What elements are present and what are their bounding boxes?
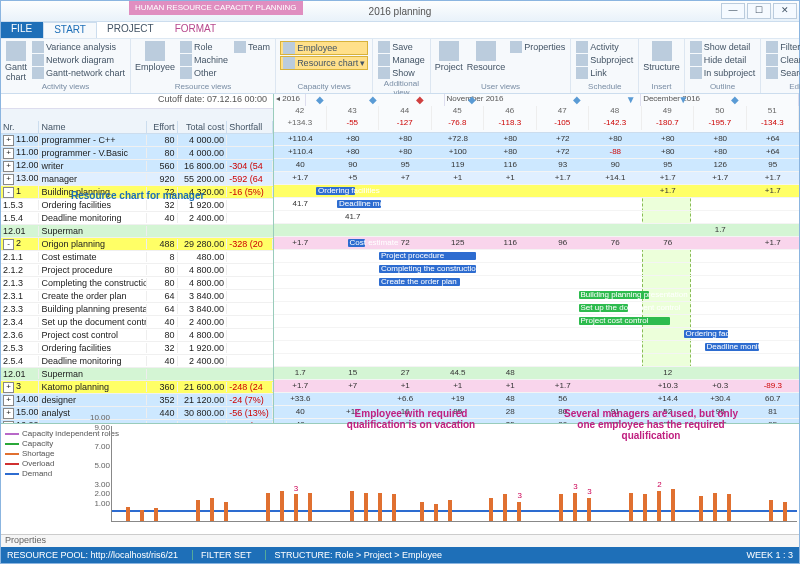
link-icon <box>576 67 588 79</box>
status-week: WEEK 1 : 3 <box>746 550 793 560</box>
table-row[interactable]: 2.5.4Deadline monitoring402 400.00 <box>1 355 273 368</box>
expand-icon[interactable]: + <box>3 408 14 419</box>
table-row[interactable]: 2.3.6Project cost control804 800.00 <box>1 329 273 342</box>
table-row[interactable]: 12.01Superman <box>1 225 273 238</box>
contextual-tab-label: HUMAN RESOURCE CAPACITY PLANNING <box>129 1 303 15</box>
table-row[interactable]: 2.5.3Ordering facilities321 920.00 <box>1 342 273 355</box>
activity-button[interactable]: Activity <box>575 41 634 53</box>
gantt-bar[interactable]: Project procedure <box>379 252 476 260</box>
table-row[interactable]: -1Building planning724 320.00-16 (5%) <box>1 186 273 199</box>
table-row[interactable]: 2.3.3Building planning presentation643 8… <box>1 303 273 316</box>
save-icon <box>378 41 390 53</box>
gantt-bar[interactable]: Deadline monitoring <box>705 343 760 351</box>
timeline-marker: ◆ <box>416 94 424 105</box>
table-row[interactable]: 2.1.1Cost estimate8480.00 <box>1 251 273 264</box>
resource-view-button[interactable]: Resource <box>467 62 506 72</box>
gantt-bar[interactable]: Ordering facilities <box>316 187 355 195</box>
in-subproject-button[interactable]: In subproject <box>689 67 757 79</box>
show-detail-icon <box>690 41 702 53</box>
gantt-bar[interactable]: Ordering facilities <box>684 330 728 338</box>
save-view-button[interactable]: Save <box>377 41 426 53</box>
menu-bar: FILE START PROJECT FORMAT <box>1 22 799 39</box>
show-view-button[interactable]: Show <box>377 67 426 79</box>
tab-start[interactable]: START <box>43 22 97 38</box>
minimize-button[interactable]: — <box>721 3 745 19</box>
capacity-employee-button[interactable]: Employee <box>280 41 368 55</box>
gantt-bar[interactable]: Completing the construction schedule <box>379 265 476 273</box>
timeline-panel[interactable]: ◆◆◆◆◆▼▼◆ ◂ 2016November 2016December 201… <box>274 94 799 423</box>
employee-view-button[interactable]: Employee <box>135 62 175 72</box>
other-view-button[interactable]: Other <box>179 67 229 79</box>
close-button[interactable]: ✕ <box>773 3 797 19</box>
manage-view-button[interactable]: Manage <box>377 54 426 66</box>
gantt-bar[interactable]: Deadline monitoring <box>337 200 381 208</box>
role-icon <box>180 41 192 53</box>
expand-icon[interactable]: + <box>3 395 14 406</box>
table-row[interactable]: -2Origon planning48829 280.00-328 (20 <box>1 238 273 251</box>
table-row[interactable]: 1.5.3Ordering facilities321 920.00 <box>1 199 273 212</box>
network-diagram-button[interactable]: Network diagram <box>31 54 126 66</box>
structure-button[interactable]: Structure <box>643 62 680 72</box>
gantt-bar[interactable]: Cost estimate <box>348 239 366 247</box>
tab-format[interactable]: FORMAT <box>165 22 227 38</box>
project-view-button[interactable]: Project <box>435 62 463 72</box>
grid-body[interactable]: +11.001programmer - C++804 000.00+11.003… <box>1 134 273 423</box>
table-row[interactable]: +14.001designer35221 120.00-24 (7%) <box>1 394 273 407</box>
gantt-chart-button[interactable]: Gantt chart <box>5 62 27 82</box>
col-shortfall[interactable]: Shortfall <box>227 121 273 133</box>
col-name[interactable]: Name <box>39 121 146 133</box>
subproject-button[interactable]: Subproject <box>575 54 634 66</box>
expand-icon[interactable]: - <box>3 187 14 198</box>
expand-icon[interactable]: + <box>3 148 14 159</box>
gantt-bar[interactable]: Building planning presentation <box>579 291 649 299</box>
table-row[interactable]: +3Katomo planning36021 600.00-248 (24 <box>1 381 273 394</box>
hide-detail-button[interactable]: Hide detail <box>689 54 757 66</box>
gantt-bar[interactable]: Create the order plan <box>379 278 460 286</box>
expand-icon[interactable]: + <box>3 382 14 393</box>
gantt-bar[interactable]: Set up the document control <box>579 304 628 312</box>
col-nr[interactable]: Nr. <box>1 121 39 133</box>
other-icon <box>180 67 192 79</box>
properties-panel-header[interactable]: Properties <box>1 534 799 547</box>
show-detail-button[interactable]: Show detail <box>689 41 757 53</box>
cutoff-date-label: Cutoff date: 07.12.16 00:00 <box>1 94 273 109</box>
status-structure: STRUCTURE: Role > Project > Employee <box>265 550 442 560</box>
employee-icon <box>283 42 295 54</box>
expand-icon[interactable]: + <box>3 174 14 185</box>
machine-view-button[interactable]: Machine <box>179 54 229 66</box>
gantt-network-button[interactable]: Gantt-network chart <box>31 67 126 79</box>
search-button[interactable]: Search <box>765 67 800 79</box>
gantt-area[interactable]: +110.4+80+80+72.8+80+72+80+80+80+64+110.… <box>274 133 799 423</box>
tab-project[interactable]: PROJECT <box>97 22 165 38</box>
table-row[interactable]: 2.3.1Create the order plan643 840.00 <box>1 290 273 303</box>
table-row[interactable]: +11.001programmer - C++804 000.00 <box>1 134 273 147</box>
hide-detail-icon <box>690 54 702 66</box>
team-view-button[interactable]: Team <box>233 41 271 53</box>
clear-filters-button[interactable]: Clear filters <box>765 54 800 66</box>
gantt-bar[interactable]: Project cost control <box>579 317 670 325</box>
expand-icon[interactable]: - <box>3 239 14 250</box>
expand-icon[interactable]: + <box>3 161 14 172</box>
variance-analysis-button[interactable]: Variance analysis <box>31 41 126 53</box>
table-row[interactable]: +13.001manager92055 200.00-592 (64 <box>1 173 273 186</box>
table-row[interactable]: 2.3.4Set up the document control402 400.… <box>1 316 273 329</box>
filter-button[interactable]: Filter <box>765 41 800 53</box>
tab-file[interactable]: FILE <box>1 22 43 38</box>
link-button[interactable]: Link <box>575 67 634 79</box>
clear-filters-icon <box>766 54 778 66</box>
table-row[interactable]: +12.001writer56016 800.00-304 (54 <box>1 160 273 173</box>
demand-line <box>112 510 797 512</box>
table-row[interactable]: 2.1.3Completing the construction sc804 8… <box>1 277 273 290</box>
role-view-button[interactable]: Role <box>179 41 229 53</box>
table-row[interactable]: +15.001analyst44030 800.00-56 (13%) <box>1 407 273 420</box>
table-row[interactable]: 12.01Superman <box>1 368 273 381</box>
table-row[interactable]: +11.003programmer - V.Basic804 000.00 <box>1 147 273 160</box>
table-row[interactable]: 1.5.4Deadline monitoring402 400.00 <box>1 212 273 225</box>
col-effort[interactable]: Effort <box>147 121 178 133</box>
expand-icon[interactable]: + <box>3 135 14 146</box>
table-row[interactable]: 2.1.2Project procedure804 800.00 <box>1 264 273 277</box>
properties-button[interactable]: Properties <box>509 41 566 53</box>
col-total[interactable]: Total cost <box>178 121 228 133</box>
maximize-button[interactable]: ☐ <box>747 3 771 19</box>
resource-chart-button[interactable]: Resource chart▾ <box>280 56 368 70</box>
